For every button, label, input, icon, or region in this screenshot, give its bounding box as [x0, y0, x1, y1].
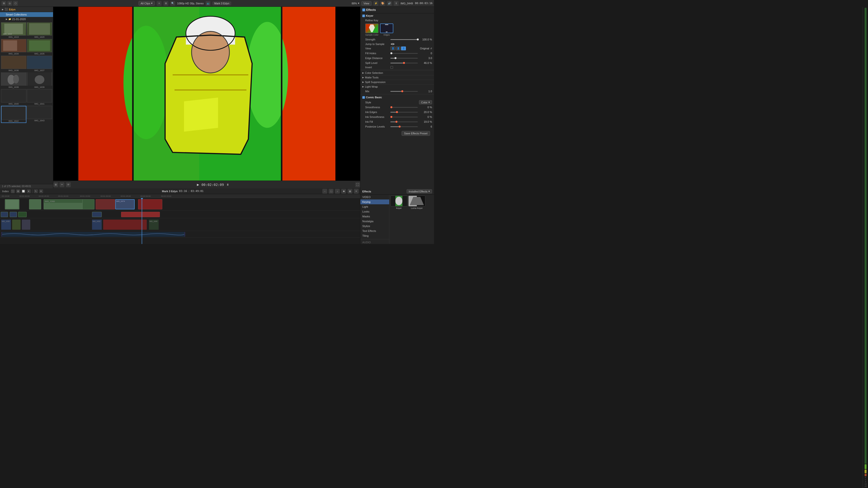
sample-color-card[interactable]: Sample Color [365, 24, 378, 36]
clip-t3-1[interactable]: IMG_1639 [1, 220, 11, 230]
effect-luma-keyer[interactable]: Luma Keyer [408, 196, 425, 209]
category-keying[interactable]: Keying [361, 199, 389, 204]
keyer-checkbox[interactable]: ✓ [362, 14, 365, 17]
timeline-btn-1[interactable]: ⬛ [11, 189, 15, 193]
invert-checkbox[interactable] [391, 66, 393, 69]
category-light[interactable]: Light [361, 204, 389, 209]
clip-t3-4[interactable]: IMG_0452 [92, 220, 102, 230]
smoothness-thumb[interactable] [391, 106, 392, 108]
clip-selected[interactable]: IMG_0474 [115, 199, 135, 209]
jump-arrows[interactable]: ◀ ▶ [391, 42, 395, 45]
clip-t3-2[interactable] [12, 220, 21, 230]
color-selection-header[interactable]: ▶ Color Selection [361, 71, 434, 75]
list-item[interactable]: IMG_1643 [27, 106, 52, 123]
strength-slider[interactable] [391, 39, 418, 40]
list-item[interactable]: IMG_1639 [27, 72, 52, 89]
clips-selector[interactable]: All Clips ▾ [138, 1, 155, 6]
clip-4[interactable] [96, 199, 115, 209]
search-icon[interactable]: 🔍 [170, 1, 175, 6]
index-label[interactable]: Index [1, 190, 9, 193]
spill-level-thumb[interactable] [403, 62, 405, 64]
effects-checkbox[interactable]: ✓ [362, 8, 365, 11]
edges-card[interactable]: Edges [380, 24, 393, 36]
view-reset-icon[interactable]: ↺ [430, 47, 432, 50]
edge-distance-slider[interactable] [391, 58, 418, 59]
ink-edges-slider[interactable] [391, 112, 418, 112]
save-effects-preset-button[interactable]: Save Effects Preset [402, 131, 430, 136]
view-icon-1[interactable]: 👤 [391, 46, 395, 51]
view-button[interactable]: View [361, 1, 372, 6]
ink-smoothness-slider[interactable] [391, 117, 418, 118]
clip-t2-1[interactable] [1, 212, 8, 217]
app-icon-1[interactable]: ⊞ [1, 1, 6, 6]
clip-t3-5[interactable]: IMG_1609 [149, 220, 159, 230]
fill-holes-thumb[interactable] [391, 52, 392, 54]
record-icon[interactable]: ⏺ [341, 189, 346, 194]
list-item[interactable]: IMG_1642 [1, 106, 26, 123]
audio-clip-1[interactable] [1, 232, 185, 237]
ink-smoothness-thumb[interactable] [391, 116, 392, 118]
posterize-levels-slider[interactable] [391, 126, 418, 127]
timeline-mode-1[interactable]: ▦ [347, 189, 352, 194]
comic-basic-checkbox[interactable]: ✓ [362, 96, 365, 99]
category-nostalgia[interactable]: Nostalgia [361, 219, 389, 224]
installed-effects-dropdown[interactable]: Installed Effects ▾ [407, 189, 432, 193]
ink-fill-slider[interactable] [391, 122, 418, 122]
list-item[interactable]: IMG_1641 [27, 89, 52, 105]
play-button[interactable]: ▶ [196, 183, 200, 187]
style-dropdown[interactable]: Color ▾ [419, 100, 432, 104]
category-audio[interactable]: AUDIO [361, 239, 389, 243]
list-item[interactable]: IMG_1636 [1, 56, 26, 72]
ink-fill-thumb[interactable] [396, 121, 397, 123]
list-item[interactable]: IMG_1619 IMG_1619 [1, 22, 26, 38]
trim-tool[interactable]: ▾ [39, 189, 43, 193]
cursor-tool[interactable]: ↖ [34, 189, 38, 193]
clip-2[interactable] [29, 199, 41, 209]
app-icon-3[interactable]: ⬡ [13, 1, 18, 6]
clip-t2-3[interactable] [18, 212, 27, 217]
jump-next-icon[interactable]: ▶ [393, 42, 395, 45]
list-item[interactable]: IMG_1640 [1, 89, 26, 105]
app-icon-2[interactable]: ◎ [7, 1, 12, 6]
headphone-icon[interactable]: 🎧 [329, 189, 334, 194]
posterize-levels-thumb[interactable] [399, 126, 401, 128]
clip-1[interactable] [5, 199, 20, 209]
crop-button[interactable]: ✂ [60, 182, 64, 187]
effects-icon[interactable]: ⚡ [373, 1, 378, 6]
spill-level-slider[interactable] [391, 63, 418, 63]
light-wrap-header[interactable]: ▶ Light Wrap [361, 85, 434, 89]
category-video[interactable]: VIDEO [361, 195, 389, 199]
ink-edges-thumb[interactable] [396, 111, 398, 113]
spill-suppression-header[interactable]: ▶ Spill Suppression [361, 80, 434, 84]
view-mode-button[interactable]: ⊞ [53, 182, 58, 187]
fullscreen-button[interactable]: ⛶ [355, 182, 360, 187]
clip-t2-2[interactable] [10, 212, 17, 217]
timeline-btn-4[interactable]: ▾ [27, 189, 31, 193]
mix-thumb[interactable] [401, 90, 403, 92]
list-item[interactable]: IMG_1635 [27, 39, 52, 55]
zoom-control[interactable]: 88% ▾ [352, 2, 360, 5]
category-looks[interactable]: Looks [361, 209, 389, 214]
clip-t2-5[interactable] [121, 212, 160, 217]
info-icon[interactable]: ℹ [394, 1, 399, 6]
smoothness-slider[interactable] [391, 107, 418, 108]
playhead[interactable] [142, 198, 142, 244]
view-icon-2[interactable]: 👤 [396, 46, 401, 51]
category-text-effects[interactable]: Text Effects [361, 228, 389, 233]
audio-icon-timeline[interactable]: ♪ [335, 189, 340, 194]
timeline-mode-2[interactable]: ✕ [354, 189, 359, 194]
zoom-out-icon[interactable]: − [322, 189, 327, 194]
clip-t3-3[interactable] [22, 220, 30, 230]
jump-prev-icon[interactable]: ◀ [391, 42, 392, 45]
mix-slider[interactable] [391, 91, 418, 92]
matte-tools-header[interactable]: ▶ Matte Tools [361, 75, 434, 79]
edge-distance-thumb[interactable] [395, 57, 397, 59]
effect-keyer[interactable]: Keyer [391, 196, 407, 209]
pause-button[interactable]: ⏸ [225, 183, 230, 187]
clips-view-icon[interactable]: ≡ [157, 1, 161, 6]
smart-collections-item[interactable]: Smart Collections [0, 12, 53, 17]
list-item[interactable]: IMG_1620 [27, 22, 52, 38]
strength-thumb[interactable] [417, 38, 419, 40]
audio-icon[interactable]: 🔊 [387, 1, 392, 6]
clip-t2-4[interactable] [92, 212, 102, 217]
